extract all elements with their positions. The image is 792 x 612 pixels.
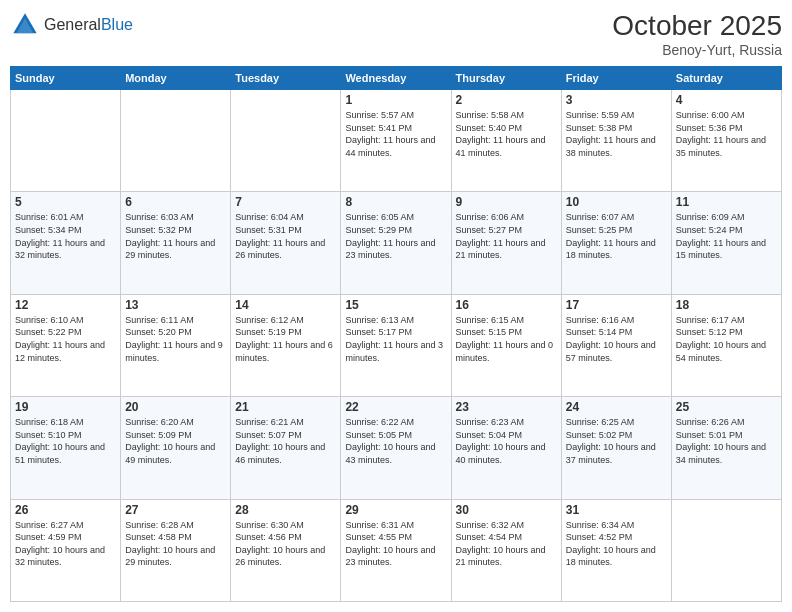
day-number: 23 xyxy=(456,400,557,414)
day-number: 4 xyxy=(676,93,777,107)
day-info: Sunrise: 6:07 AM Sunset: 5:25 PM Dayligh… xyxy=(566,211,667,261)
cell-4-6 xyxy=(671,499,781,601)
header-saturday: Saturday xyxy=(671,67,781,90)
day-info: Sunrise: 6:06 AM Sunset: 5:27 PM Dayligh… xyxy=(456,211,557,261)
header-sunday: Sunday xyxy=(11,67,121,90)
day-info: Sunrise: 6:18 AM Sunset: 5:10 PM Dayligh… xyxy=(15,416,116,466)
cell-3-5: 24Sunrise: 6:25 AM Sunset: 5:02 PM Dayli… xyxy=(561,397,671,499)
day-number: 18 xyxy=(676,298,777,312)
day-number: 29 xyxy=(345,503,446,517)
day-number: 24 xyxy=(566,400,667,414)
day-info: Sunrise: 6:34 AM Sunset: 4:52 PM Dayligh… xyxy=(566,519,667,569)
day-info: Sunrise: 6:10 AM Sunset: 5:22 PM Dayligh… xyxy=(15,314,116,364)
day-number: 28 xyxy=(235,503,336,517)
day-number: 22 xyxy=(345,400,446,414)
cell-3-1: 20Sunrise: 6:20 AM Sunset: 5:09 PM Dayli… xyxy=(121,397,231,499)
cell-4-3: 29Sunrise: 6:31 AM Sunset: 4:55 PM Dayli… xyxy=(341,499,451,601)
logo-text: GeneralBlue xyxy=(44,16,133,34)
day-info: Sunrise: 6:12 AM Sunset: 5:19 PM Dayligh… xyxy=(235,314,336,364)
header-friday: Friday xyxy=(561,67,671,90)
cell-2-2: 14Sunrise: 6:12 AM Sunset: 5:19 PM Dayli… xyxy=(231,294,341,396)
week-row-0: 1Sunrise: 5:57 AM Sunset: 5:41 PM Daylig… xyxy=(11,90,782,192)
cell-2-5: 17Sunrise: 6:16 AM Sunset: 5:14 PM Dayli… xyxy=(561,294,671,396)
day-number: 3 xyxy=(566,93,667,107)
day-info: Sunrise: 6:17 AM Sunset: 5:12 PM Dayligh… xyxy=(676,314,777,364)
day-number: 11 xyxy=(676,195,777,209)
calendar-table: Sunday Monday Tuesday Wednesday Thursday… xyxy=(10,66,782,602)
header-thursday: Thursday xyxy=(451,67,561,90)
day-info: Sunrise: 6:05 AM Sunset: 5:29 PM Dayligh… xyxy=(345,211,446,261)
cell-0-2 xyxy=(231,90,341,192)
day-info: Sunrise: 6:20 AM Sunset: 5:09 PM Dayligh… xyxy=(125,416,226,466)
cell-4-1: 27Sunrise: 6:28 AM Sunset: 4:58 PM Dayli… xyxy=(121,499,231,601)
day-info: Sunrise: 5:59 AM Sunset: 5:38 PM Dayligh… xyxy=(566,109,667,159)
cell-1-6: 11Sunrise: 6:09 AM Sunset: 5:24 PM Dayli… xyxy=(671,192,781,294)
day-info: Sunrise: 6:03 AM Sunset: 5:32 PM Dayligh… xyxy=(125,211,226,261)
month-title: October 2025 xyxy=(612,10,782,42)
day-number: 27 xyxy=(125,503,226,517)
title-block: October 2025 Benoy-Yurt, Russia xyxy=(612,10,782,58)
day-info: Sunrise: 6:31 AM Sunset: 4:55 PM Dayligh… xyxy=(345,519,446,569)
day-number: 19 xyxy=(15,400,116,414)
header: GeneralBlue October 2025 Benoy-Yurt, Rus… xyxy=(10,10,782,58)
day-number: 26 xyxy=(15,503,116,517)
cell-3-0: 19Sunrise: 6:18 AM Sunset: 5:10 PM Dayli… xyxy=(11,397,121,499)
day-info: Sunrise: 6:15 AM Sunset: 5:15 PM Dayligh… xyxy=(456,314,557,364)
cell-2-6: 18Sunrise: 6:17 AM Sunset: 5:12 PM Dayli… xyxy=(671,294,781,396)
logo-icon xyxy=(10,10,40,40)
cell-2-0: 12Sunrise: 6:10 AM Sunset: 5:22 PM Dayli… xyxy=(11,294,121,396)
day-number: 14 xyxy=(235,298,336,312)
day-info: Sunrise: 6:00 AM Sunset: 5:36 PM Dayligh… xyxy=(676,109,777,159)
week-row-3: 19Sunrise: 6:18 AM Sunset: 5:10 PM Dayli… xyxy=(11,397,782,499)
day-info: Sunrise: 6:09 AM Sunset: 5:24 PM Dayligh… xyxy=(676,211,777,261)
cell-4-0: 26Sunrise: 6:27 AM Sunset: 4:59 PM Dayli… xyxy=(11,499,121,601)
header-tuesday: Tuesday xyxy=(231,67,341,90)
cell-1-1: 6Sunrise: 6:03 AM Sunset: 5:32 PM Daylig… xyxy=(121,192,231,294)
logo-general: General xyxy=(44,16,101,33)
day-info: Sunrise: 6:21 AM Sunset: 5:07 PM Dayligh… xyxy=(235,416,336,466)
cell-4-4: 30Sunrise: 6:32 AM Sunset: 4:54 PM Dayli… xyxy=(451,499,561,601)
day-number: 31 xyxy=(566,503,667,517)
logo: GeneralBlue xyxy=(10,10,133,40)
week-row-4: 26Sunrise: 6:27 AM Sunset: 4:59 PM Dayli… xyxy=(11,499,782,601)
cell-1-3: 8Sunrise: 6:05 AM Sunset: 5:29 PM Daylig… xyxy=(341,192,451,294)
cell-1-2: 7Sunrise: 6:04 AM Sunset: 5:31 PM Daylig… xyxy=(231,192,341,294)
day-info: Sunrise: 6:25 AM Sunset: 5:02 PM Dayligh… xyxy=(566,416,667,466)
day-info: Sunrise: 6:01 AM Sunset: 5:34 PM Dayligh… xyxy=(15,211,116,261)
day-info: Sunrise: 5:57 AM Sunset: 5:41 PM Dayligh… xyxy=(345,109,446,159)
day-info: Sunrise: 5:58 AM Sunset: 5:40 PM Dayligh… xyxy=(456,109,557,159)
day-number: 9 xyxy=(456,195,557,209)
day-number: 7 xyxy=(235,195,336,209)
cell-0-1 xyxy=(121,90,231,192)
cell-0-0 xyxy=(11,90,121,192)
day-number: 20 xyxy=(125,400,226,414)
cell-0-6: 4Sunrise: 6:00 AM Sunset: 5:36 PM Daylig… xyxy=(671,90,781,192)
day-info: Sunrise: 6:04 AM Sunset: 5:31 PM Dayligh… xyxy=(235,211,336,261)
day-number: 30 xyxy=(456,503,557,517)
day-number: 15 xyxy=(345,298,446,312)
day-info: Sunrise: 6:30 AM Sunset: 4:56 PM Dayligh… xyxy=(235,519,336,569)
week-row-1: 5Sunrise: 6:01 AM Sunset: 5:34 PM Daylig… xyxy=(11,192,782,294)
calendar-page: GeneralBlue October 2025 Benoy-Yurt, Rus… xyxy=(0,0,792,612)
day-info: Sunrise: 6:28 AM Sunset: 4:58 PM Dayligh… xyxy=(125,519,226,569)
cell-3-4: 23Sunrise: 6:23 AM Sunset: 5:04 PM Dayli… xyxy=(451,397,561,499)
cell-2-3: 15Sunrise: 6:13 AM Sunset: 5:17 PM Dayli… xyxy=(341,294,451,396)
cell-4-2: 28Sunrise: 6:30 AM Sunset: 4:56 PM Dayli… xyxy=(231,499,341,601)
day-info: Sunrise: 6:26 AM Sunset: 5:01 PM Dayligh… xyxy=(676,416,777,466)
header-wednesday: Wednesday xyxy=(341,67,451,90)
day-number: 5 xyxy=(15,195,116,209)
day-info: Sunrise: 6:22 AM Sunset: 5:05 PM Dayligh… xyxy=(345,416,446,466)
header-monday: Monday xyxy=(121,67,231,90)
cell-1-4: 9Sunrise: 6:06 AM Sunset: 5:27 PM Daylig… xyxy=(451,192,561,294)
day-number: 16 xyxy=(456,298,557,312)
cell-2-1: 13Sunrise: 6:11 AM Sunset: 5:20 PM Dayli… xyxy=(121,294,231,396)
cell-1-0: 5Sunrise: 6:01 AM Sunset: 5:34 PM Daylig… xyxy=(11,192,121,294)
cell-0-3: 1Sunrise: 5:57 AM Sunset: 5:41 PM Daylig… xyxy=(341,90,451,192)
day-number: 2 xyxy=(456,93,557,107)
weekday-header-row: Sunday Monday Tuesday Wednesday Thursday… xyxy=(11,67,782,90)
day-number: 21 xyxy=(235,400,336,414)
day-number: 25 xyxy=(676,400,777,414)
cell-0-5: 3Sunrise: 5:59 AM Sunset: 5:38 PM Daylig… xyxy=(561,90,671,192)
cell-3-6: 25Sunrise: 6:26 AM Sunset: 5:01 PM Dayli… xyxy=(671,397,781,499)
location-title: Benoy-Yurt, Russia xyxy=(612,42,782,58)
